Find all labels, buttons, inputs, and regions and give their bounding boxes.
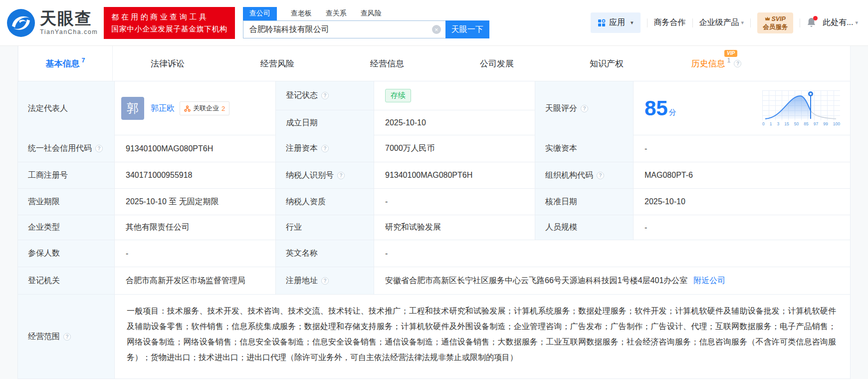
insured-count-value: -	[115, 240, 276, 267]
search-tab-boss[interactable]: 查老板	[291, 7, 312, 20]
search-input[interactable]	[243, 20, 445, 38]
tab-intellectual-property[interactable]: 知识产权	[552, 46, 661, 81]
tab-label: 法律诉讼	[151, 58, 185, 69]
notification-dot	[813, 16, 818, 20]
tab-history-info[interactable]: 历史信息 1 VIP	[661, 46, 771, 81]
help-icon[interactable]	[321, 277, 329, 285]
tab-label: 经营信息	[370, 58, 404, 69]
related-companies-badge[interactable]: 关联企业 2	[180, 101, 229, 115]
nearby-companies-link[interactable]: 附近公司	[693, 276, 725, 286]
value-text: 7000万人民币	[385, 143, 435, 154]
help-icon[interactable]	[95, 145, 103, 152]
related-companies-label: 关联企业	[193, 104, 219, 113]
logo-domain: TianYanCha.com	[40, 28, 98, 35]
status-date-group: 登记状态 存续 成立日期 2025-10-10	[276, 81, 535, 135]
axis-tick: 85	[804, 121, 808, 126]
biz-term-value: 2025-10-10 至 无固定期限	[115, 189, 276, 215]
divider	[750, 18, 751, 27]
est-date-label: 成立日期	[276, 110, 374, 135]
tab-legal-proceedings[interactable]: 法律诉讼	[113, 46, 222, 81]
score-curve	[762, 90, 840, 120]
legal-rep-name-link[interactable]: 郭正欧	[151, 103, 175, 114]
value-text: 一般项目：技术服务、技术开发、技术咨询、技术交流、技术转让、技术推广；工程和技术…	[127, 307, 836, 362]
user-account-menu[interactable]: 此处有...	[823, 17, 858, 28]
org-code-value: MAG080PT-6	[634, 162, 850, 188]
help-icon[interactable]	[734, 60, 741, 67]
reg-address-label: 注册地址	[276, 267, 374, 294]
tab-operating-risk[interactable]: 经营风险	[222, 46, 332, 81]
search-tab-relation[interactable]: 查关系	[326, 7, 347, 20]
value-text: MAG080PT-6	[645, 171, 693, 180]
english-name-label: 英文名称	[276, 240, 374, 267]
reg-number-label: 工商注册号	[18, 162, 115, 188]
enterprise-products-label: 企业级产品	[699, 17, 739, 28]
axis-tick: 99	[823, 121, 828, 126]
reg-number-value: 340171000955918	[115, 162, 276, 188]
avatar[interactable]: 郭	[121, 97, 144, 120]
value-text: 91340100MAG080PT6H	[385, 171, 472, 180]
apps-menu[interactable]: 应用	[591, 12, 641, 33]
label-text: 登记机关	[28, 276, 60, 286]
help-icon[interactable]	[63, 333, 71, 341]
org-code-label: 组织机构代码	[535, 162, 634, 188]
label-text: 注册资本	[286, 143, 318, 154]
axis-tick: 97	[814, 121, 818, 126]
axis-tick: 50	[794, 121, 799, 126]
divider	[647, 18, 648, 27]
tab-operating-info[interactable]: 经营信息	[332, 46, 442, 81]
label-text: 注册地址	[286, 276, 318, 286]
divider	[692, 18, 693, 27]
top-header: 天眼查 TianYanCha.com 都在用的商业查询工具 国家中小企业发展子基…	[0, 0, 868, 46]
tianyancha-logo-icon	[7, 9, 35, 37]
label-text: 英文名称	[286, 248, 318, 259]
search-button[interactable]: 天眼一下	[445, 20, 489, 38]
value-text: 研究和试验发展	[385, 222, 441, 233]
taxpayer-quality-label: 纳税人资质	[276, 189, 374, 215]
left-gutter	[0, 46, 17, 379]
axis-tick: 0	[762, 121, 765, 126]
help-icon[interactable]	[337, 172, 345, 179]
divider	[800, 18, 800, 27]
search-tab-company[interactable]: 查公司	[243, 7, 277, 20]
logo-text: 天眼查 TianYanCha.com	[40, 10, 98, 35]
staff-size-value: -	[634, 215, 850, 240]
credit-code-label: 统一社会信用代码	[18, 135, 115, 162]
tab-count: 7	[82, 57, 85, 64]
search-tab-risk[interactable]: 查风险	[361, 7, 382, 20]
notifications-button[interactable]	[807, 17, 816, 28]
tab-label: 知识产权	[590, 58, 624, 69]
vip-badge: VIP	[724, 50, 737, 57]
label-text: 行业	[286, 222, 302, 233]
user-account-label: 此处有...	[823, 17, 853, 28]
tab-count: 1	[727, 57, 731, 64]
right-gutter	[851, 46, 868, 379]
reg-address-value: 安徽省合肥市高新区长宁社区服务中心云飞路66号天源迪科科技园1号楼4层401办公…	[374, 267, 850, 294]
svip-label-bottom: 会员服务	[763, 23, 788, 31]
help-icon[interactable]	[597, 172, 604, 179]
company-type-value: 其他有限责任公司	[115, 215, 276, 240]
axis-tick: 3	[777, 121, 780, 126]
tab-company-development[interactable]: 公司发展	[442, 46, 552, 81]
tab-basic-info[interactable]: 基本信息 7	[18, 46, 113, 81]
help-icon[interactable]	[321, 145, 329, 152]
help-icon[interactable]	[321, 92, 329, 99]
logo-title: 天眼查	[40, 10, 98, 27]
basic-info-table: 法定代表人 郭 郭正欧 关联企业 2	[17, 81, 851, 379]
business-cooperation-link[interactable]: 商务合作	[654, 17, 686, 28]
enterprise-products-menu[interactable]: 企业级产品	[699, 17, 744, 28]
tianyancha-logo[interactable]: 天眼查 TianYanCha.com	[7, 9, 98, 37]
axis-tick: 1	[770, 121, 772, 126]
help-icon[interactable]	[581, 105, 588, 112]
value-text: 91340100MAG080PT6H	[126, 144, 213, 153]
est-date-value: 2025-10-10	[374, 110, 535, 135]
clear-icon[interactable]	[432, 25, 441, 34]
reg-authority-label: 登记机关	[18, 267, 115, 294]
label-text: 工商注册号	[28, 170, 68, 181]
company-nav-tabs: 基本信息 7 法律诉讼 经营风险 经营信息 公司发展 知识产权 历史信息 1	[17, 46, 851, 81]
reg-capital-value: 7000万人民币	[374, 135, 535, 162]
value-text: 2025-10-10	[385, 118, 426, 127]
svip-member-button[interactable]: SVIP 会员服务	[757, 12, 793, 33]
score-unit: 分	[669, 108, 676, 117]
label-text: 纳税人资质	[286, 197, 326, 207]
axis-tick: 15	[784, 121, 789, 126]
